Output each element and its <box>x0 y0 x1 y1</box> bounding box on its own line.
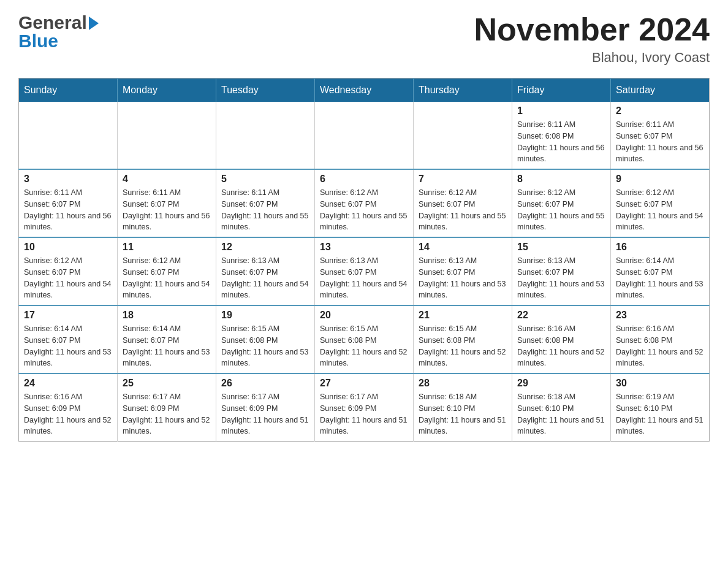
logo: General Blue <box>18 12 99 52</box>
day-number: 5 <box>221 174 309 185</box>
logo-arrow-icon <box>89 17 99 30</box>
day-number: 27 <box>320 378 408 389</box>
calendar-cell: 18Sunrise: 6:14 AMSunset: 6:07 PMDayligh… <box>118 305 216 373</box>
calendar-cell: 11Sunrise: 6:12 AMSunset: 6:07 PMDayligh… <box>118 237 216 305</box>
title-section: November 2024 Blahou, Ivory Coast <box>474 12 710 66</box>
day-info: Sunrise: 6:16 AMSunset: 6:08 PMDaylight:… <box>517 323 605 369</box>
calendar-cell: 29Sunrise: 6:18 AMSunset: 6:10 PMDayligh… <box>512 373 611 442</box>
day-info: Sunrise: 6:11 AMSunset: 6:07 PMDaylight:… <box>616 119 704 165</box>
day-number: 26 <box>221 378 309 389</box>
day-info: Sunrise: 6:13 AMSunset: 6:07 PMDaylight:… <box>517 255 605 301</box>
day-info: Sunrise: 6:16 AMSunset: 6:08 PMDaylight:… <box>616 323 704 369</box>
day-number: 8 <box>517 174 605 185</box>
calendar-cell: 26Sunrise: 6:17 AMSunset: 6:09 PMDayligh… <box>216 373 315 442</box>
day-number: 21 <box>419 310 507 321</box>
calendar-cell <box>19 102 118 169</box>
location-label: Blahou, Ivory Coast <box>474 50 710 66</box>
calendar-cell: 14Sunrise: 6:13 AMSunset: 6:07 PMDayligh… <box>414 237 512 305</box>
day-info: Sunrise: 6:14 AMSunset: 6:07 PMDaylight:… <box>24 323 112 369</box>
day-number: 28 <box>419 378 507 389</box>
day-number: 13 <box>320 242 408 253</box>
day-number: 6 <box>320 174 408 185</box>
day-info: Sunrise: 6:16 AMSunset: 6:09 PMDaylight:… <box>24 391 112 437</box>
weekday-header-wednesday: Wednesday <box>315 79 414 102</box>
day-info: Sunrise: 6:18 AMSunset: 6:10 PMDaylight:… <box>517 391 605 437</box>
calendar-week-row: 24Sunrise: 6:16 AMSunset: 6:09 PMDayligh… <box>19 373 710 442</box>
day-number: 16 <box>616 242 704 253</box>
calendar-cell: 5Sunrise: 6:11 AMSunset: 6:07 PMDaylight… <box>216 169 315 237</box>
day-info: Sunrise: 6:12 AMSunset: 6:07 PMDaylight:… <box>616 187 704 233</box>
day-info: Sunrise: 6:12 AMSunset: 6:07 PMDaylight:… <box>24 255 112 301</box>
page-header: General Blue November 2024 Blahou, Ivory… <box>18 12 710 66</box>
calendar-cell: 17Sunrise: 6:14 AMSunset: 6:07 PMDayligh… <box>19 305 118 373</box>
day-info: Sunrise: 6:11 AMSunset: 6:08 PMDaylight:… <box>517 119 605 165</box>
day-info: Sunrise: 6:11 AMSunset: 6:07 PMDaylight:… <box>221 187 309 233</box>
calendar-cell: 2Sunrise: 6:11 AMSunset: 6:07 PMDaylight… <box>611 102 710 169</box>
calendar-cell: 3Sunrise: 6:11 AMSunset: 6:07 PMDaylight… <box>19 169 118 237</box>
calendar-cell: 13Sunrise: 6:13 AMSunset: 6:07 PMDayligh… <box>315 237 414 305</box>
day-info: Sunrise: 6:12 AMSunset: 6:07 PMDaylight:… <box>123 255 211 301</box>
day-number: 7 <box>419 174 507 185</box>
calendar-cell: 25Sunrise: 6:17 AMSunset: 6:09 PMDayligh… <box>118 373 216 442</box>
day-number: 15 <box>517 242 605 253</box>
day-number: 22 <box>517 310 605 321</box>
day-number: 19 <box>221 310 309 321</box>
calendar-cell: 22Sunrise: 6:16 AMSunset: 6:08 PMDayligh… <box>512 305 611 373</box>
calendar-cell: 21Sunrise: 6:15 AMSunset: 6:08 PMDayligh… <box>414 305 512 373</box>
logo-general-text: General <box>18 12 87 33</box>
day-number: 14 <box>419 242 507 253</box>
day-info: Sunrise: 6:13 AMSunset: 6:07 PMDaylight:… <box>419 255 507 301</box>
day-number: 11 <box>123 242 211 253</box>
day-info: Sunrise: 6:15 AMSunset: 6:08 PMDaylight:… <box>320 323 408 369</box>
calendar-cell: 12Sunrise: 6:13 AMSunset: 6:07 PMDayligh… <box>216 237 315 305</box>
day-info: Sunrise: 6:12 AMSunset: 6:07 PMDaylight:… <box>320 187 408 233</box>
day-info: Sunrise: 6:14 AMSunset: 6:07 PMDaylight:… <box>616 255 704 301</box>
calendar-cell <box>315 102 414 169</box>
day-number: 25 <box>123 378 211 389</box>
calendar-cell: 28Sunrise: 6:18 AMSunset: 6:10 PMDayligh… <box>414 373 512 442</box>
day-info: Sunrise: 6:15 AMSunset: 6:08 PMDaylight:… <box>419 323 507 369</box>
calendar-cell: 7Sunrise: 6:12 AMSunset: 6:07 PMDaylight… <box>414 169 512 237</box>
calendar-cell: 4Sunrise: 6:11 AMSunset: 6:07 PMDaylight… <box>118 169 216 237</box>
day-number: 23 <box>616 310 704 321</box>
calendar-cell: 27Sunrise: 6:17 AMSunset: 6:09 PMDayligh… <box>315 373 414 442</box>
weekday-header-row: SundayMondayTuesdayWednesdayThursdayFrid… <box>19 79 710 102</box>
calendar-week-row: 3Sunrise: 6:11 AMSunset: 6:07 PMDaylight… <box>19 169 710 237</box>
day-number: 17 <box>24 310 112 321</box>
day-number: 4 <box>123 174 211 185</box>
day-info: Sunrise: 6:19 AMSunset: 6:10 PMDaylight:… <box>616 391 704 437</box>
day-number: 24 <box>24 378 112 389</box>
day-number: 2 <box>616 105 704 117</box>
logo-blue-text: Blue <box>18 31 99 52</box>
day-info: Sunrise: 6:17 AMSunset: 6:09 PMDaylight:… <box>320 391 408 437</box>
calendar-week-row: 1Sunrise: 6:11 AMSunset: 6:08 PMDaylight… <box>19 102 710 169</box>
day-number: 18 <box>123 310 211 321</box>
day-info: Sunrise: 6:17 AMSunset: 6:09 PMDaylight:… <box>123 391 211 437</box>
calendar-cell: 1Sunrise: 6:11 AMSunset: 6:08 PMDaylight… <box>512 102 611 169</box>
calendar-cell: 23Sunrise: 6:16 AMSunset: 6:08 PMDayligh… <box>611 305 710 373</box>
day-number: 30 <box>616 378 704 389</box>
weekday-header-thursday: Thursday <box>414 79 512 102</box>
calendar-cell: 19Sunrise: 6:15 AMSunset: 6:08 PMDayligh… <box>216 305 315 373</box>
day-info: Sunrise: 6:15 AMSunset: 6:08 PMDaylight:… <box>221 323 309 369</box>
calendar-cell: 9Sunrise: 6:12 AMSunset: 6:07 PMDaylight… <box>611 169 710 237</box>
day-number: 1 <box>517 105 605 117</box>
calendar-cell: 8Sunrise: 6:12 AMSunset: 6:07 PMDaylight… <box>512 169 611 237</box>
weekday-header-saturday: Saturday <box>611 79 710 102</box>
calendar-cell: 30Sunrise: 6:19 AMSunset: 6:10 PMDayligh… <box>611 373 710 442</box>
calendar-cell <box>118 102 216 169</box>
day-info: Sunrise: 6:12 AMSunset: 6:07 PMDaylight:… <box>517 187 605 233</box>
month-title: November 2024 <box>474 12 710 47</box>
calendar-cell: 24Sunrise: 6:16 AMSunset: 6:09 PMDayligh… <box>19 373 118 442</box>
day-number: 10 <box>24 242 112 253</box>
calendar-table: SundayMondayTuesdayWednesdayThursdayFrid… <box>18 78 710 442</box>
day-number: 20 <box>320 310 408 321</box>
day-number: 12 <box>221 242 309 253</box>
day-info: Sunrise: 6:13 AMSunset: 6:07 PMDaylight:… <box>320 255 408 301</box>
calendar-week-row: 10Sunrise: 6:12 AMSunset: 6:07 PMDayligh… <box>19 237 710 305</box>
day-info: Sunrise: 6:11 AMSunset: 6:07 PMDaylight:… <box>123 187 211 233</box>
day-number: 9 <box>616 174 704 185</box>
calendar-cell: 6Sunrise: 6:12 AMSunset: 6:07 PMDaylight… <box>315 169 414 237</box>
calendar-week-row: 17Sunrise: 6:14 AMSunset: 6:07 PMDayligh… <box>19 305 710 373</box>
day-info: Sunrise: 6:12 AMSunset: 6:07 PMDaylight:… <box>419 187 507 233</box>
